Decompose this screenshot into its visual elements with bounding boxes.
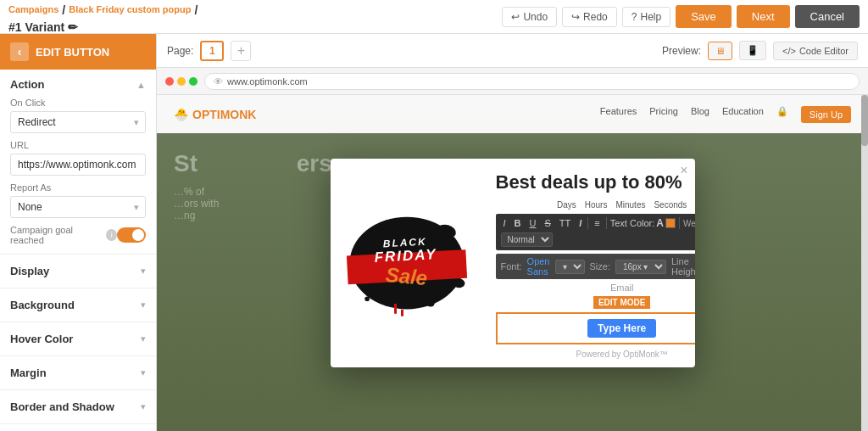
font-value: Open Sans [527,256,550,277]
size-select[interactable]: 16px ▾ [615,260,666,274]
on-click-label: On Click [10,98,146,108]
action-section-content: On Click Redirect URL Report As None Ca [10,98,146,245]
browser-dots [165,77,198,86]
text-color-button[interactable]: Text Color: A [610,217,676,229]
popup-close-button[interactable]: × [680,164,687,177]
svg-point-6 [426,299,434,306]
hover-color-chevron-icon: ▾ [141,333,146,344]
border-shadow-section[interactable]: Border and Shadow ▾ [0,390,156,424]
dot-red [165,77,174,86]
text-color-label: Text Color: [610,218,655,228]
dot-green [189,77,198,86]
bf-logo-wrap: BLACK FRIDAY Sale [343,208,470,318]
margin-section[interactable]: Margin ▾ [0,356,156,390]
code-icon: </> [782,46,796,56]
underline-button[interactable]: U [527,217,539,229]
size-label: Size: [590,261,610,271]
type-here-button[interactable]: Type Here [587,319,656,338]
background-section[interactable]: Background ▾ [0,288,156,322]
drip1 [394,304,397,314]
mobile-preview-button[interactable]: 📱 [739,41,766,60]
mobile-icon: 📱 [747,45,759,56]
weight-label: Weight: [683,219,695,228]
left-panel: ‹ EDIT BUTTON Action ▲ On Click Redirect… [0,34,157,431]
cancel-button[interactable]: Cancel [795,5,860,28]
breadcrumb: Campaigns / Black Friday custom popup / … [8,0,495,34]
strikethrough-button[interactable]: S [542,217,553,229]
scrollbar[interactable] [861,95,868,431]
display-label: Display [10,265,49,277]
code-editor-button[interactable]: </> Code Editor [773,42,858,60]
browser-url-bar[interactable]: 👁 www.optimonk.com [204,73,860,90]
page-label: Page: [167,45,193,57]
toolbar-separator [587,217,588,229]
undo-button[interactable]: ↩ Undo [502,7,557,27]
question-icon: ? [632,11,637,23]
breadcrumb-sep1: / [62,3,65,17]
browser-chrome: 👁 www.optimonk.com [157,68,868,95]
text-color-a: A [656,217,664,229]
edit-title-icon[interactable]: ✏ [68,20,78,34]
report-as-select-wrap: None [10,196,146,218]
report-as-select[interactable]: None [10,196,146,218]
bf-friday-text: FRIDAY [375,247,438,266]
edit-mode-wrap: EDIT MODE [496,295,695,311]
campaign-goal-row: Campaign goal reached i [10,225,146,245]
italic2-button[interactable]: I [576,217,584,229]
line-height-label: Line Height: [671,256,695,277]
help-button[interactable]: ? Help [622,7,670,27]
action-chevron-icon: ▲ [136,80,146,90]
browser-frame: 👁 www.optimonk.com 🐣 OPTIMONK Features P… [157,68,868,431]
border-shadow-chevron-icon: ▾ [141,401,146,412]
powered-by: Powered by OptiMonk™ [496,350,695,359]
panel-title: EDIT BUTTON [36,46,109,59]
type-here-box[interactable]: Type Here [496,312,695,344]
save-button[interactable]: Save [676,5,732,28]
right-area: Page: 1 + Preview: 🖥 📱 </> Code Editor [157,34,868,431]
border-shadow-label: Border and Shadow [10,400,114,413]
back-button[interactable]: ‹ [10,42,29,61]
add-page-button[interactable]: + [231,41,251,61]
bold-button[interactable]: B [512,217,524,229]
display-chevron-icon: ▾ [141,266,146,277]
redo-button[interactable]: ↪ Redo [562,7,617,27]
scrollbar-thumb[interactable] [861,95,868,146]
edit-mode-badge: EDIT MODE [593,296,651,309]
popup-footer: Email EDIT MODE Type Here [496,283,695,344]
code-editor-label: Code Editor [799,46,849,56]
top-bar-actions: ↩ Undo ↪ Redo ? Help Save Next Cancel [502,5,860,28]
align-button[interactable]: ≡ [592,217,602,229]
toolbar-separator3 [679,217,680,229]
on-click-select[interactable]: Redirect [10,111,146,133]
font-select[interactable]: ▾ [555,260,585,274]
campaign-goal-toggle[interactable] [117,227,146,243]
popup-right: Best deals up to 80% Days Hours Minutes … [483,159,695,367]
popup-body: BLACK FRIDAY Sale [331,159,695,367]
next-button[interactable]: Next [737,5,790,28]
bf-text: BLACK FRIDAY Sale [374,236,439,290]
desktop-icon: 🖥 [715,46,725,56]
drip2 [401,310,403,316]
page-number[interactable]: 1 [200,41,224,61]
display-section[interactable]: Display ▾ [0,255,156,288]
desktop-preview-button[interactable]: 🖥 [708,42,732,60]
hover-color-section[interactable]: Hover Color ▾ [0,322,156,356]
weight-select[interactable]: Normal [501,232,553,247]
undo-icon: ↩ [511,11,520,23]
superscript-button[interactable]: TT [557,217,573,229]
popup-left: BLACK FRIDAY Sale [331,159,483,367]
countdown-seconds: Seconds [654,200,687,210]
italic-button[interactable]: I [501,217,509,229]
action-section-header[interactable]: Action ▲ [10,78,146,91]
svg-point-7 [364,296,370,301]
hover-color-label: Hover Color [10,333,73,345]
url-input[interactable] [10,154,146,176]
breadcrumb-popup[interactable]: Black Friday custom popup [69,4,191,14]
font-label: Font: [501,261,522,271]
breadcrumb-campaigns[interactable]: Campaigns [8,4,58,14]
eye-icon: 👁 [214,76,223,87]
countdown-row: Days Hours Minutes Seconds [496,200,695,210]
info-icon[interactable]: i [106,229,117,241]
email-field-label: Email [496,283,695,293]
countdown-days: Days [557,200,576,210]
